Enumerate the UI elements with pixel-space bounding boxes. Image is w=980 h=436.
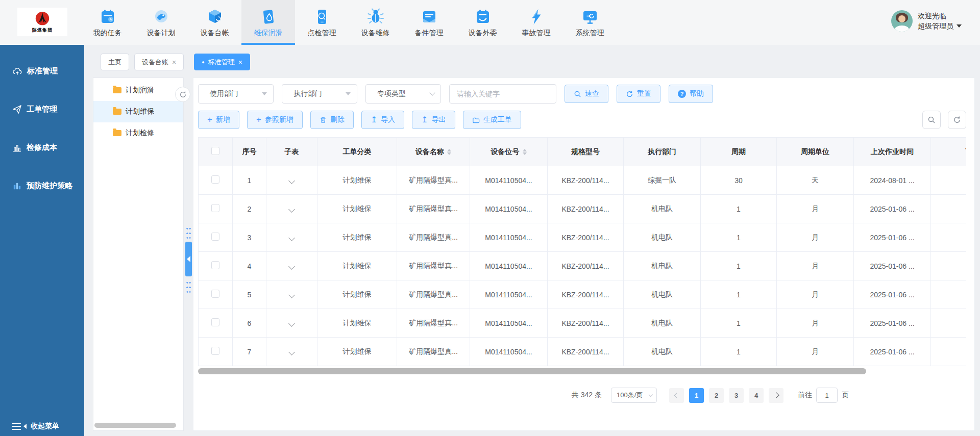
tree-item-planned-lubrication[interactable]: 计划润滑 [93, 80, 183, 101]
sidebar-item-standard-management[interactable]: 标准管理 [0, 52, 84, 90]
data-table: 序号 子表 工单分类 设备名称 设备位号 规格型号 执行部门 周期 周期单位 上… [198, 137, 966, 366]
delete-button[interactable]: 删除 [310, 111, 354, 129]
page-button-1[interactable]: 1 [689, 388, 704, 403]
content-panel: 计划润滑 计划维保 计划检修 [93, 78, 975, 431]
add-button[interactable]: + 新增 [198, 111, 239, 129]
expand-chevron-icon[interactable] [288, 320, 295, 327]
logo-emblem-icon [34, 11, 51, 28]
generate-workorder-button[interactable]: 生成工单 [463, 111, 521, 129]
nav-label: 备件管理 [415, 29, 444, 38]
nav-label: 设备维修 [361, 29, 390, 38]
close-icon[interactable]: × [172, 58, 176, 66]
sidebar-item-preventive-strategy[interactable]: 预防维护策略 [0, 167, 84, 205]
tree-item-planned-maintenance[interactable]: 计划维保 [93, 101, 183, 122]
nav-item-spare-parts[interactable]: 备件管理 [402, 0, 456, 45]
avatar[interactable] [891, 10, 913, 32]
column-search-button[interactable] [922, 111, 941, 129]
prev-page-button[interactable] [669, 388, 684, 403]
tree-horizontal-scrollbar[interactable] [94, 423, 176, 428]
close-icon[interactable]: × [238, 58, 242, 66]
table-row[interactable]: 6 计划维保 矿用隔爆型真... M014110504... KBZ-200/1… [199, 309, 967, 338]
select-value: 专项类型 [377, 89, 406, 98]
user-dropdown-caret-icon[interactable] [957, 24, 962, 28]
splitter-collapse-handle[interactable] [185, 242, 192, 276]
exec-department-select[interactable]: 执行部门 [282, 84, 357, 104]
col-device-tag[interactable]: 设备位号 [470, 138, 548, 166]
nav-label: 我的任务 [93, 29, 122, 38]
row-checkbox[interactable] [211, 233, 219, 241]
goto-page-input[interactable] [816, 388, 838, 403]
table-row[interactable]: 7 计划维保 矿用隔爆型真... M014110504... KBZ-200/1… [199, 338, 967, 366]
table-row[interactable]: 2 计划维保 矿用隔爆型真... M014110504... KBZ-200/1… [199, 195, 967, 223]
row-checkbox[interactable] [211, 347, 219, 355]
page-button-2[interactable]: 2 [709, 388, 724, 403]
table-header-row: 序号 子表 工单分类 设备名称 设备位号 规格型号 执行部门 周期 周期单位 上… [199, 138, 967, 166]
drag-dots-icon[interactable] [186, 280, 191, 294]
nav-item-accident-management[interactable]: 事故管理 [509, 0, 563, 45]
drag-dots-icon[interactable] [186, 226, 191, 240]
collapse-menu-button[interactable]: 收起菜单 [12, 422, 59, 431]
export-button[interactable]: ↥ 导出 [412, 111, 455, 129]
nav-label: 维保润滑 [254, 29, 283, 38]
tab-standard-management[interactable]: ● 标准管理 × [194, 54, 250, 70]
caret-down-icon [262, 92, 267, 95]
select-all-checkbox[interactable] [211, 147, 219, 155]
nav-item-equipment-ledger[interactable]: 设备台帐 [188, 0, 241, 45]
table-refresh-button[interactable] [948, 111, 966, 129]
tab-home[interactable]: 主页 [101, 54, 129, 70]
page-button-4[interactable]: 4 [749, 388, 764, 403]
nav-item-equipment-outsourcing[interactable]: 设备外委 [456, 0, 509, 45]
nav-item-equipment-repair[interactable]: 设备维修 [349, 0, 402, 45]
nav-item-equipment-plan[interactable]: 设备计划 [134, 0, 188, 45]
nav-item-spot-inspection[interactable]: 点检管理 [295, 0, 349, 45]
user-menu[interactable]: 欢迎光临 超级管理员 [891, 10, 962, 32]
table-row[interactable]: 1 计划维保 矿用隔爆型真... M014110504... KBZ-200/1… [199, 166, 967, 195]
tree-item-label: 计划检修 [126, 129, 154, 138]
add-by-reference-button[interactable]: + 参照新增 [247, 111, 303, 129]
keyword-input[interactable] [449, 84, 556, 104]
help-button[interactable]: ? 帮助 [669, 85, 713, 103]
row-checkbox[interactable] [211, 204, 219, 212]
table-row[interactable]: 4 计划维保 矿用隔爆型真... M014110504... KBZ-200/1… [199, 252, 967, 280]
select-value: 使用部门 [210, 89, 238, 98]
table-row[interactable]: 5 计划维保 矿用隔爆型真... M014110504... KBZ-200/1… [199, 280, 967, 309]
upload-icon: ↥ [421, 116, 428, 124]
row-checkbox[interactable] [211, 290, 219, 298]
bars-strategy-icon [12, 181, 22, 191]
folder-icon [472, 116, 480, 124]
expand-chevron-icon[interactable] [288, 177, 295, 184]
page-size-select[interactable]: 100条/页 [611, 388, 657, 403]
quick-search-button[interactable]: 速查 [565, 85, 608, 103]
row-checkbox[interactable] [211, 261, 219, 269]
reset-button[interactable]: 重置 [617, 85, 660, 103]
nav-item-maintenance-lubrication[interactable]: 维保润滑 [241, 0, 295, 45]
sort-icon[interactable] [523, 149, 527, 155]
next-page-button[interactable] [769, 388, 783, 403]
chevron-left-icon [674, 393, 679, 398]
col-last-time: 上次作业时间 [854, 138, 931, 166]
table-row[interactable]: 3 计划维保 矿用隔爆型真... M014110504... KBZ-200/1… [199, 223, 967, 252]
nav-item-my-tasks[interactable]: 我的任务 [81, 0, 134, 45]
sidebar-item-workorder-management[interactable]: 工单管理 [0, 90, 84, 129]
expand-chevron-icon[interactable] [288, 349, 295, 355]
tab-equipment-ledger[interactable]: 设备台账 × [134, 54, 184, 70]
nav-item-system-management[interactable]: 系统管理 [563, 0, 617, 45]
tree-refresh-button[interactable] [175, 87, 190, 102]
use-department-select[interactable]: 使用部门 [198, 84, 274, 104]
page-button-3[interactable]: 3 [729, 388, 744, 403]
refresh-icon [179, 91, 187, 98]
folder-icon [113, 87, 121, 93]
expand-chevron-icon[interactable] [288, 235, 295, 241]
row-checkbox[interactable] [211, 318, 219, 326]
sort-icon[interactable] [447, 149, 451, 155]
expand-chevron-icon[interactable] [288, 263, 295, 270]
expand-chevron-icon[interactable] [288, 292, 295, 298]
expand-chevron-icon[interactable] [288, 206, 295, 213]
col-device-name[interactable]: 设备名称 [397, 138, 470, 166]
scrollbar-thumb[interactable] [198, 368, 866, 374]
special-type-select[interactable]: 专项类型 [365, 84, 441, 104]
sidebar-item-repair-cost[interactable]: 检修成本 [0, 129, 84, 167]
row-checkbox[interactable] [211, 175, 219, 184]
import-button[interactable]: ↥ 导入 [361, 111, 404, 129]
tree-item-planned-overhaul[interactable]: 计划检修 [93, 122, 183, 144]
